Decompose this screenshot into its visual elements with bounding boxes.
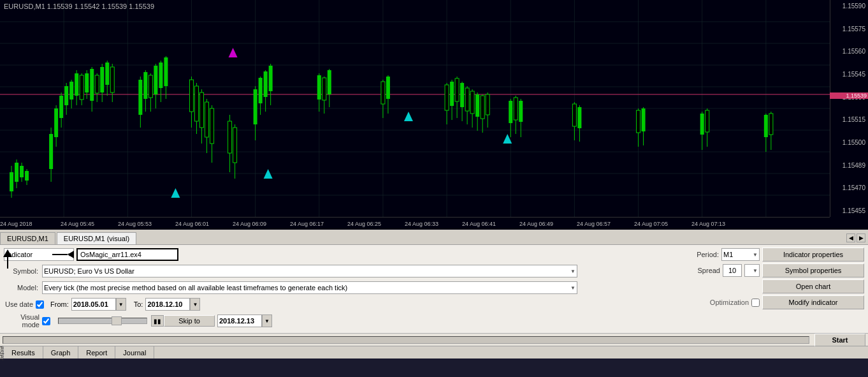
- optimization-label: Optimization: [710, 299, 749, 306]
- svg-rect-117: [486, 94, 489, 115]
- svg-rect-27: [20, 166, 24, 177]
- svg-rect-77: [210, 108, 214, 144]
- model-row: Model: Every tick (the most precise meth…: [4, 281, 757, 295]
- price-level-8: 1.15489: [832, 162, 867, 169]
- svg-rect-41: [75, 73, 78, 96]
- svg-rect-31: [49, 134, 53, 169]
- period-select[interactable]: M1 M5 M15 H1: [721, 248, 760, 261]
- spread-label: Spread: [698, 267, 720, 274]
- svg-rect-29: [25, 171, 29, 181]
- price-level-1: 1.15590: [832, 3, 867, 10]
- svg-rect-119: [509, 101, 512, 123]
- bottom-bar: Start: [0, 333, 868, 346]
- svg-rect-93: [322, 78, 326, 100]
- skip-to-date-picker-btn[interactable]: ▼: [262, 314, 272, 327]
- speed-slider-thumb[interactable]: [112, 316, 122, 325]
- use-date-checkbox[interactable]: [36, 300, 44, 309]
- modify-indicator-btn[interactable]: Modify indicator: [762, 295, 864, 309]
- indicator-row: Indicator Expert OsMagic_arr11.ex4: [4, 248, 757, 262]
- bottom-tab-journal[interactable]: Journal: [115, 346, 154, 359]
- svg-rect-99: [386, 77, 390, 99]
- open-chart-btn[interactable]: Open chart: [762, 279, 864, 293]
- price-level-7: 1.15500: [832, 139, 867, 146]
- current-price-label: 1.15539: [830, 92, 868, 99]
- svg-rect-111: [470, 91, 474, 114]
- svg-rect-107: [460, 83, 464, 107]
- svg-marker-144: [229, 48, 238, 57]
- progress-bar: [3, 336, 809, 344]
- svg-rect-61: [148, 75, 152, 98]
- skip-to-date-input[interactable]: [217, 314, 262, 327]
- chart-area: EURUSD,M1 1.15539 1.15542 1.15539 1.1553…: [0, 0, 868, 230]
- svg-rect-95: [328, 70, 331, 94]
- skip-to-btn[interactable]: Skip to: [164, 315, 215, 327]
- indicator-properties-btn[interactable]: Indicator properties: [762, 248, 864, 262]
- price-level-2: 1.15575: [832, 26, 867, 33]
- tab-eurusd-m1[interactable]: EURUSD,M1: [0, 232, 55, 244]
- to-label: To:: [134, 300, 143, 308]
- svg-marker-142: [404, 112, 413, 121]
- spread-dropdown[interactable]: [744, 264, 760, 277]
- model-select-wrapper[interactable]: Every tick (the most precise method base…: [42, 281, 577, 294]
- svg-rect-139: [769, 114, 773, 135]
- period-select-wrapper[interactable]: M1 M5 M15 H1: [721, 248, 760, 261]
- spread-select-wrapper[interactable]: [744, 264, 760, 277]
- price-level-4: 1.15545: [832, 71, 867, 78]
- svg-rect-43: [80, 75, 83, 100]
- symbol-properties-btn[interactable]: Symbol properties: [762, 263, 864, 277]
- speed-slider-track[interactable]: [58, 318, 147, 324]
- svg-rect-87: [264, 71, 268, 97]
- svg-rect-67: [164, 57, 168, 86]
- right-panel: Period: M1 M5 M15 H1 Indicator propertie…: [697, 248, 864, 311]
- svg-rect-133: [700, 114, 704, 135]
- svg-rect-65: [159, 63, 163, 88]
- model-label: Model:: [4, 284, 42, 292]
- bottom-tab-graph[interactable]: Graph: [43, 346, 79, 359]
- svg-rect-75: [205, 102, 208, 137]
- svg-rect-115: [481, 96, 484, 119]
- symbol-select-wrapper[interactable]: EURUSD; Euro Vs US Dollar: [42, 265, 577, 277]
- from-date-picker-btn[interactable]: ▼: [116, 298, 126, 311]
- svg-rect-123: [519, 101, 523, 122]
- svg-rect-25: [15, 163, 18, 182]
- tab-nav: ◀ ▶: [846, 233, 865, 242]
- tab-prev-btn[interactable]: ◀: [846, 233, 855, 242]
- svg-rect-109: [465, 88, 469, 111]
- visual-mode-row: Visual mode ▮▮ Skip to ▼: [4, 314, 757, 328]
- svg-marker-140: [171, 188, 180, 198]
- svg-rect-47: [90, 69, 94, 101]
- optimization-checkbox[interactable]: [751, 299, 760, 307]
- spread-input[interactable]: [723, 264, 742, 277]
- svg-rect-103: [450, 82, 454, 106]
- svg-rect-73: [199, 92, 203, 128]
- symbol-row: Symbol: EURUSD; Euro Vs US Dollar: [4, 264, 757, 278]
- svg-rect-63: [154, 66, 157, 94]
- tab-next-btn[interactable]: ▶: [857, 233, 865, 242]
- bottom-tab-results[interactable]: Results: [4, 346, 43, 359]
- svg-rect-121: [514, 98, 517, 120]
- svg-rect-125: [572, 104, 576, 126]
- svg-rect-45: [85, 73, 89, 92]
- to-date-input[interactable]: [145, 298, 190, 311]
- svg-rect-69: [189, 80, 193, 112]
- bottom-tab-report[interactable]: Report: [78, 346, 115, 359]
- start-btn[interactable]: Start: [814, 334, 865, 346]
- indicator-file-display: OsMagic_arr11.ex4: [76, 248, 178, 261]
- tab-eurusd-m1-visual[interactable]: EURUSD,M1 (visual): [57, 232, 136, 244]
- visual-mode-checkbox[interactable]: [42, 317, 50, 325]
- price-level-10: 1.15455: [832, 207, 867, 214]
- symbol-select[interactable]: EURUSD; Euro Vs US Dollar: [42, 265, 577, 277]
- svg-rect-83: [254, 89, 257, 124]
- svg-rect-97: [381, 82, 385, 104]
- model-select[interactable]: Every tick (the most precise method base…: [42, 281, 577, 294]
- to-date-picker-btn[interactable]: ▼: [190, 298, 200, 311]
- from-date-input[interactable]: [71, 298, 116, 311]
- period-label: Period:: [697, 251, 719, 258]
- from-label: From:: [50, 300, 69, 308]
- use-date-label: Use date: [4, 300, 36, 308]
- spread-row: Spread Symbol properties: [697, 263, 864, 277]
- price-level-3: 1.15560: [832, 48, 867, 55]
- svg-rect-49: [95, 75, 99, 93]
- pause-btn[interactable]: ▮▮: [151, 315, 164, 327]
- svg-marker-141: [264, 169, 273, 179]
